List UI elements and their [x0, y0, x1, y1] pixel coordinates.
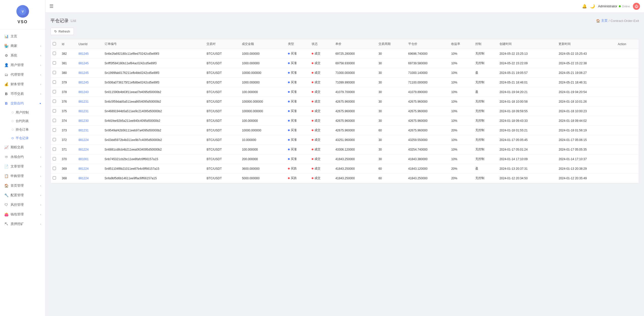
sidebar-item-home[interactable]: 📊 主页 [0, 32, 45, 41]
chevron-right-icon: › [40, 175, 41, 178]
topbar: ☰ 🔔 🌙 Administrator Online ⏻ [45, 0, 644, 13]
row-checkbox[interactable] [53, 80, 56, 84]
col-pair: 交易对 [204, 39, 240, 49]
cell-type: 买涨 [286, 154, 310, 164]
cell-price: 41079.700000 [333, 87, 376, 97]
row-checkbox-cell [51, 78, 60, 87]
sidebar-item-label: 交割合约 [11, 101, 40, 106]
sidebar-item-contract[interactable]: B 交割合约 ▾ [0, 99, 45, 108]
userid-link[interactable]: 881245 [78, 52, 89, 55]
row-checkbox[interactable] [53, 52, 56, 55]
row-checkbox[interactable] [53, 90, 56, 93]
row-checkbox[interactable] [53, 71, 56, 74]
userid-link[interactable]: 881243 [78, 90, 89, 94]
cell-id: 379 [60, 78, 76, 87]
sidebar-item-apply[interactable]: 📋 申购管理 › [0, 171, 45, 181]
cell-status: 成交 [310, 78, 333, 87]
row-checkbox[interactable] [53, 100, 56, 103]
sidebar-item-user-control[interactable]: 用户控制 [8, 108, 45, 117]
logo-icon: V [16, 5, 29, 18]
sidebar-item-mining[interactable]: ⛏ 质押挖矿 › [0, 219, 45, 229]
userid-link[interactable]: 881245 [78, 62, 89, 65]
sidebar-item-position-order[interactable]: 持仓订单 [8, 125, 45, 134]
cell-period: 30 [376, 145, 406, 154]
cell-update-time: 2024-05-22 15:22:38 [557, 59, 616, 68]
sub-item-label: 用户控制 [16, 110, 29, 115]
topbar-user: Administrator Online [598, 4, 630, 8]
row-checkbox[interactable] [53, 119, 56, 122]
sidebar-item-risk[interactable]: 🛡 风控管理 › [0, 200, 45, 210]
bell-icon[interactable]: 🔔 [582, 4, 587, 9]
cell-update-time: 2024-01-19 04:20:54 [557, 87, 616, 97]
status-label: 成交 [314, 147, 320, 152]
sidebar-item-options[interactable]: 📈 期权交易 › [0, 142, 45, 152]
sidebar-item-system[interactable]: ⚙ 系统 › [0, 51, 45, 60]
sidebar-item-close-record[interactable]: 平仓记录 [8, 134, 45, 142]
merchant-icon: 🏪 [4, 44, 9, 48]
sidebar-item-perpetual[interactable]: ♾ 永续合约 › [0, 152, 45, 162]
cell-price: 41843.250000 [333, 164, 376, 174]
table-row: 379 881245 Sn506a0736175f11efb8be0242cd5… [51, 78, 639, 87]
userid-link[interactable]: 881245 [78, 71, 89, 75]
cell-id: 382 [60, 49, 76, 59]
row-checkbox[interactable] [53, 176, 56, 180]
row-checkbox[interactable] [53, 109, 56, 112]
sidebar-item-coin[interactable]: B 币币交易 › [0, 89, 45, 99]
col-control: 控制 [473, 39, 497, 49]
row-checkbox[interactable] [53, 167, 56, 170]
cell-type: 买涨 [286, 68, 310, 78]
cell-pair: BTC/USDT [204, 145, 240, 154]
row-checkbox[interactable] [53, 128, 56, 132]
row-checkbox[interactable] [53, 157, 56, 160]
sidebar-item-finance[interactable]: 💰 财务管理 › [0, 79, 45, 89]
power-button[interactable]: ⏻ [633, 3, 640, 10]
type-dot [288, 139, 290, 141]
userid-link[interactable]: 881224 [78, 138, 89, 142]
cell-amount: 100.000000 [240, 145, 286, 154]
userid-link[interactable]: 881001 [78, 157, 89, 161]
online-label: Online [622, 5, 630, 8]
sidebar-item-merchant[interactable]: 🏪 商家 › [0, 41, 45, 51]
cell-action [616, 49, 639, 59]
userid-link[interactable]: 881231 [78, 109, 89, 113]
row-checkbox-cell [51, 135, 60, 145]
row-checkbox[interactable] [53, 148, 56, 151]
cell-create-time: 2024-01-17 05:05:45 [497, 135, 557, 145]
cell-control: 无控制 [473, 97, 497, 106]
userid-link[interactable]: 881231 [78, 129, 89, 132]
breadcrumb-home[interactable]: 主页 [601, 18, 608, 23]
cell-order-no: Sn011590b4b63f11eead7b4095d50000b2 [103, 87, 205, 97]
cell-userid: 881231 [76, 126, 102, 135]
userid-link[interactable]: 881224 [78, 167, 89, 170]
userid-link[interactable]: 881224 [78, 177, 89, 180]
col-action: Action [616, 39, 639, 49]
svg-text:V: V [21, 10, 23, 13]
row-checkbox[interactable] [53, 61, 56, 65]
row-checkbox-cell [51, 106, 60, 116]
hamburger-icon[interactable]: ☰ [49, 4, 53, 9]
sidebar-item-user[interactable]: 👤 用户管理 › [0, 60, 45, 70]
status-label: 成交 [314, 166, 320, 171]
cell-order-no: Sn506a0736175f11efb8be0242cd5e89f3 [103, 78, 205, 87]
userid-link[interactable]: 881230 [78, 119, 89, 123]
userid-link[interactable]: 881231 [78, 100, 89, 103]
select-all-checkbox[interactable] [53, 42, 56, 45]
userid-link[interactable]: 881245 [78, 81, 89, 84]
userid-link[interactable]: 881224 [78, 148, 89, 151]
moon-icon[interactable]: 🌙 [590, 4, 595, 9]
sidebar-item-homepage[interactable]: 🏠 首页管理 › [0, 181, 45, 190]
refresh-button[interactable]: ↻ Refresh [50, 28, 74, 35]
sidebar-item-agent[interactable]: 🗂 代理管理 › [0, 70, 45, 79]
sidebar-item-config[interactable]: 🔧 配置管理 › [0, 190, 45, 200]
table-row: 375 881231 Sn46891944b5a511ee9c214095d50… [51, 106, 639, 116]
col-price: 单价 [333, 39, 376, 49]
cell-control: 盈 [473, 164, 497, 174]
cell-type: 买涨 [286, 135, 310, 145]
row-checkbox[interactable] [53, 138, 56, 141]
sidebar-item-contract-list[interactable]: 台约列表 [8, 117, 45, 125]
select-all-col [51, 39, 60, 49]
sidebar-item-article[interactable]: 📄 文章管理 › [0, 162, 45, 171]
cell-create-time: 2024-01-13 20:37:31 [497, 164, 557, 174]
cell-update-time: 2024-05-22 15:25:43 [557, 49, 616, 59]
sidebar-item-wallet[interactable]: 👛 钱包管理 › [0, 210, 45, 219]
